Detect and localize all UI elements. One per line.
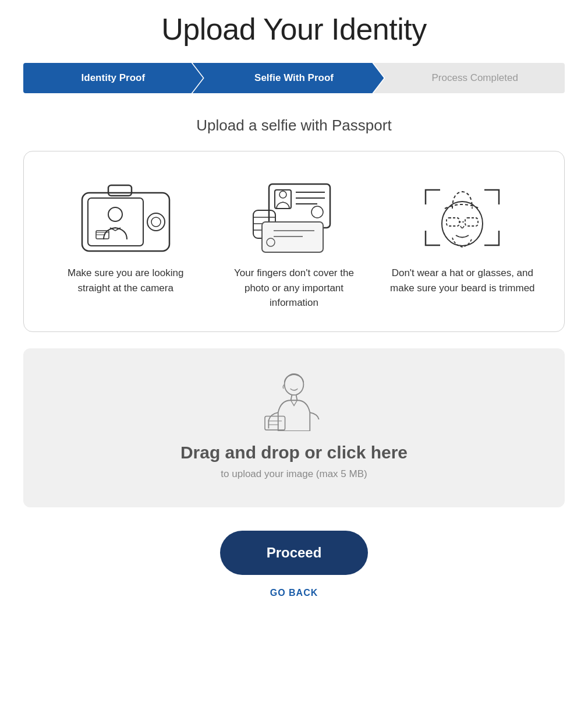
upload-dropzone[interactable]: Drag and drop or click here to upload yo… [23,348,565,507]
instruction-item-id: Your fingers don't cover the photo or an… [210,172,378,310]
svg-rect-1 [108,185,132,196]
upload-person-icon [262,373,326,431]
instruction-item-camera: Make sure you are looking straight at th… [41,172,210,295]
instruction-text-camera: Make sure you are looking straight at th… [53,266,198,295]
go-back-button[interactable]: GO BACK [270,588,318,598]
instruction-text-id: Your fingers don't cover the photo or an… [221,266,366,310]
instruction-item-appearance: Don't wear a hat or glasses, and make su… [378,172,547,295]
section-subtitle: Upload a selfie with Passport [196,117,391,135]
step-identity-proof[interactable]: Identity Proof [23,63,203,93]
step-process-completed: Process Completed [373,63,565,93]
instructions-card: Make sure you are looking straight at th… [23,151,565,332]
svg-line-29 [291,395,292,400]
id-card-fingers-icon [245,172,343,254]
svg-line-30 [296,395,297,400]
upload-main-text: Drag and drop or click here [180,443,408,463]
svg-rect-26 [465,218,478,226]
step-selfie-with-proof[interactable]: Selfie With Proof [193,63,384,93]
svg-point-11 [279,191,286,198]
svg-point-15 [311,206,323,218]
svg-point-5 [108,207,122,221]
svg-rect-20 [262,222,323,252]
page-title: Upload Your Identity [161,12,426,47]
instruction-text-appearance: Don't wear a hat or glasses, and make su… [390,266,535,295]
svg-point-3 [147,213,165,231]
svg-rect-31 [265,416,285,430]
svg-rect-0 [82,193,169,251]
proceed-button[interactable]: Proceed [220,531,369,575]
svg-point-4 [151,217,161,227]
svg-point-24 [442,202,483,246]
upload-sub-text: to upload your image (max 5 MB) [221,468,367,480]
steps-progress-bar: Identity Proof Selfie With Proof Process… [23,63,565,93]
svg-rect-25 [447,218,459,226]
svg-rect-9 [269,184,330,228]
camera-selfie-icon [76,172,175,254]
no-hat-glasses-icon [413,172,512,254]
